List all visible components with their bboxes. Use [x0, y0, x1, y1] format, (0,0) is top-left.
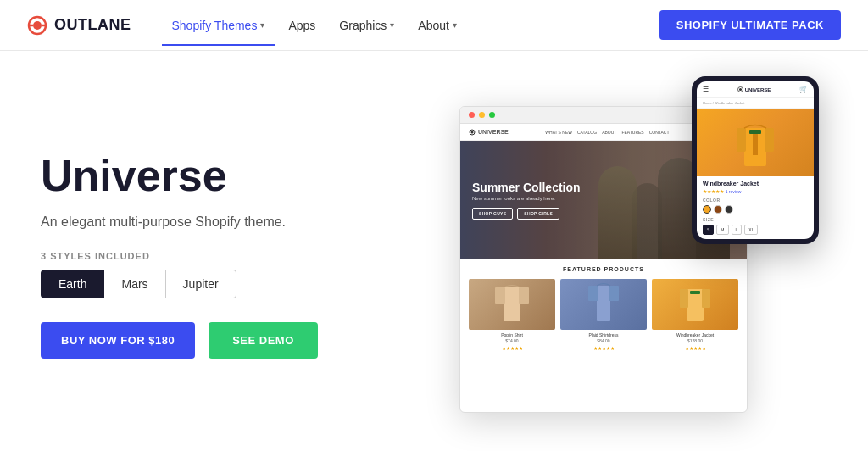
svg-rect-6 — [504, 287, 520, 321]
svg-rect-22 — [753, 134, 758, 155]
chevron-down-icon: ▾ — [260, 20, 264, 30]
svg-rect-21 — [749, 130, 761, 134]
size-buttons: S M L XL — [703, 225, 808, 235]
action-buttons: BUY NOW FOR $180 SEE DEMO — [41, 322, 346, 359]
product-card-2: Plaid Shirtdress $84.00 ★★★★★ — [560, 279, 647, 351]
breadcrumb: Home / Windbreaker Jacket — [697, 98, 814, 109]
product-img-3 — [652, 279, 738, 330]
style-tabs: Earth Mars Jupiter — [41, 270, 346, 298]
product-img-1 — [469, 279, 555, 330]
size-label: SIZE — [703, 217, 808, 222]
mobile-nav: ☰ UNIVERSE 🛒 — [697, 81, 814, 98]
mobile-review-count: 1 review — [726, 189, 742, 194]
mobile-logo: UNIVERSE — [737, 86, 771, 92]
mobile-product-name: Windbreaker Jacket — [703, 181, 808, 187]
demo-button[interactable]: SEE DEMO — [209, 322, 318, 359]
svg-rect-11 — [609, 286, 619, 301]
shop-girls-btn[interactable]: SHOP GIRLS — [517, 208, 559, 220]
hero-subtitle: An elegant multi-purpose Shopify theme. — [41, 212, 346, 232]
mobile-mockup: ☰ UNIVERSE 🛒 Home / Windbreaker Jacket — [692, 76, 819, 244]
mobile-product-info: Windbreaker Jacket ★★★★★ 1 review COLOR … — [697, 176, 814, 239]
swatch-dark[interactable] — [725, 205, 733, 214]
left-panel: Universe An elegant multi-purpose Shopif… — [41, 143, 346, 359]
svg-rect-20 — [765, 128, 774, 152]
size-l[interactable]: L — [732, 225, 743, 235]
logo[interactable]: OUTLANE — [27, 15, 131, 36]
style-tab-mars[interactable]: Mars — [104, 270, 165, 298]
browser-dot-green — [489, 112, 495, 118]
color-swatches — [703, 205, 808, 214]
svg-rect-15 — [690, 291, 700, 294]
products-grid: Poplin Shirt $74.00 ★★★★★ Plaid Shirtdre… — [469, 279, 738, 351]
cta-button[interactable]: SHOPIFY ULTIMATE PACK — [659, 10, 841, 40]
color-label: COLOR — [703, 198, 808, 203]
svg-rect-7 — [495, 287, 505, 304]
right-panel: UNIVERSE WHAT'S NEW CATALOG ABOUT FEATUR… — [380, 51, 827, 451]
mobile-product-image — [697, 109, 814, 176]
svg-rect-13 — [680, 289, 688, 308]
svg-rect-9 — [597, 286, 610, 321]
chevron-down-icon: ▾ — [390, 20, 394, 30]
jacket-illustration — [734, 115, 776, 170]
featured-title: FEATURED PRODUCTS — [469, 266, 738, 272]
nav-item-apps[interactable]: Apps — [278, 12, 326, 39]
browser-dot-red — [469, 112, 475, 118]
nav-item-graphics[interactable]: Graphics ▾ — [329, 12, 404, 39]
main-content: Universe An elegant multi-purpose Shopif… — [0, 51, 868, 451]
swatch-yellow[interactable] — [703, 205, 711, 214]
logo-icon — [27, 15, 47, 36]
product-card-3: Windbreaker Jacket $128.00 ★★★★★ — [652, 279, 738, 351]
hero-buttons: SHOP GUYS SHOP GIRLS — [472, 208, 581, 220]
mobile-cart-icon: 🛒 — [799, 86, 808, 93]
svg-rect-8 — [519, 287, 529, 304]
site-logo: UNIVERSE — [469, 129, 509, 136]
style-tab-earth[interactable]: Earth — [41, 270, 104, 298]
product-img-2 — [560, 279, 647, 330]
svg-point-5 — [471, 131, 474, 133]
mobile-stars: ★★★★★ 1 review — [703, 188, 808, 194]
svg-point-1 — [33, 21, 42, 30]
brand-name: OUTLANE — [54, 16, 131, 34]
svg-rect-10 — [588, 286, 598, 301]
navbar: OUTLANE Shopify Themes ▾ Apps Graphics ▾… — [0, 0, 868, 51]
nav-item-about[interactable]: About ▾ — [408, 12, 467, 39]
product-card-1: Poplin Shirt $74.00 ★★★★★ — [469, 279, 555, 351]
browser-dot-yellow — [479, 112, 485, 118]
mobile-screen: ☰ UNIVERSE 🛒 Home / Windbreaker Jacket — [697, 81, 814, 239]
nav-links: Shopify Themes ▾ Apps Graphics ▾ About ▾ — [162, 12, 659, 39]
hero-text: Summer Collection New summer looks are a… — [460, 172, 593, 229]
chevron-down-icon: ▾ — [453, 20, 457, 30]
hamburger-icon: ☰ — [703, 86, 709, 93]
shop-guys-btn[interactable]: SHOP GUYS — [472, 208, 513, 220]
size-s[interactable]: S — [703, 225, 714, 235]
style-tab-jupiter[interactable]: Jupiter — [166, 270, 236, 298]
swatch-brown[interactable] — [714, 205, 722, 214]
site-nav-links: WHAT'S NEW CATALOG ABOUT FEATURES CONTAC… — [545, 130, 669, 135]
size-m[interactable]: M — [716, 225, 728, 235]
svg-rect-19 — [737, 128, 746, 152]
size-xl[interactable]: XL — [744, 225, 758, 235]
buy-button[interactable]: BUY NOW FOR $180 — [41, 322, 195, 359]
svg-rect-14 — [702, 289, 710, 308]
styles-label: 3 STYLES INCLUDED — [41, 251, 346, 261]
nav-item-shopify-themes[interactable]: Shopify Themes ▾ — [162, 12, 275, 39]
svg-point-17 — [739, 88, 742, 91]
hero-title: Universe — [41, 152, 346, 200]
featured-section: FEATURED PRODUCTS Poplin Shirt $74.00 ★★… — [460, 259, 747, 358]
